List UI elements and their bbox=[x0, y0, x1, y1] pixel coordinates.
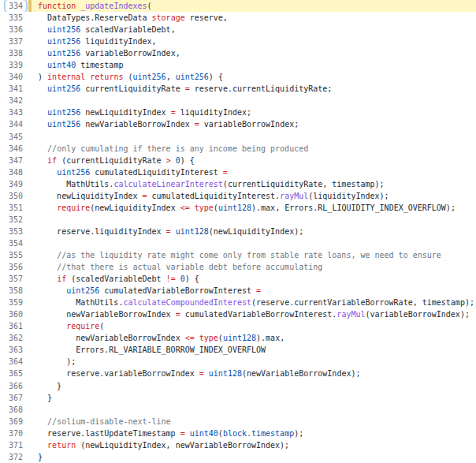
line-number[interactable]: 343 bbox=[0, 106, 28, 118]
code-line-content: return (newLiquidityIndex, newVariableBo… bbox=[28, 439, 476, 451]
code-line-content: } bbox=[28, 451, 476, 463]
line-number[interactable]: 369 bbox=[0, 416, 28, 428]
code-line-content: reserve.variableBorrowIndex = uint128(ne… bbox=[28, 368, 476, 379]
code-line-content: function _updateIndexes( bbox=[28, 0, 476, 12]
line-number[interactable]: 358 bbox=[0, 285, 28, 297]
line-number[interactable]: 339 bbox=[0, 59, 28, 71]
code-line-content: uint256 liquidityIndex, bbox=[28, 35, 476, 47]
code-line: 370 reserve.lastUpdateTimestamp = uint40… bbox=[0, 428, 476, 439]
code-line: 357 if (scaledVariableDebt != 0) { bbox=[0, 273, 476, 285]
line-number[interactable]: 360 bbox=[0, 308, 28, 320]
line-number[interactable]: 371 bbox=[0, 439, 28, 451]
code-line-content: reserve.liquidityIndex = uint128(newLiqu… bbox=[28, 226, 476, 237]
code-line: 345 bbox=[0, 131, 476, 143]
code-line: 360 newVariableBorrowIndex = cumulatedVa… bbox=[0, 308, 476, 320]
line-number[interactable]: 336 bbox=[0, 24, 28, 35]
code-line-content: uint256 currentLiquidityRate = reserve.c… bbox=[28, 83, 476, 95]
code-line: 341 uint256 currentLiquidityRate = reser… bbox=[0, 83, 476, 95]
line-number[interactable]: 367 bbox=[0, 392, 28, 404]
line-number[interactable]: 364 bbox=[0, 356, 28, 368]
code-line: 348 uint256 cumulatedLiquidityInterest = bbox=[0, 166, 476, 178]
code-line: 355 //as the liquidity rate might come o… bbox=[0, 249, 476, 261]
code-line-content: Errors.RL_VARIABLE_BORROW_INDEX_OVERFLOW bbox=[28, 344, 476, 356]
line-number[interactable]: 335 bbox=[0, 12, 28, 24]
code-line-content: require( bbox=[28, 320, 476, 332]
code-line: 366 } bbox=[0, 380, 476, 392]
code-line: 352 bbox=[0, 214, 476, 226]
code-line: 350 newLiquidityIndex = cumulatedLiquidi… bbox=[0, 190, 476, 202]
code-line: 372 } bbox=[0, 451, 476, 463]
line-number[interactable]: 352 bbox=[0, 214, 28, 226]
line-number[interactable]: 350 bbox=[0, 190, 28, 202]
code-line-content: newLiquidityIndex = cumulatedLiquidityIn… bbox=[28, 190, 476, 202]
code-line: 339 uint40 timestamp bbox=[0, 59, 476, 71]
code-line-content bbox=[28, 95, 476, 106]
code-line-content bbox=[28, 131, 476, 143]
code-line-content: } bbox=[28, 392, 476, 404]
code-line: 367 } bbox=[0, 392, 476, 404]
code-line-content bbox=[28, 404, 476, 416]
code-line-content bbox=[28, 214, 476, 226]
line-number[interactable]: 366 bbox=[0, 380, 28, 392]
line-number[interactable]: 354 bbox=[0, 237, 28, 249]
code-line: 337 uint256 liquidityIndex, bbox=[0, 35, 476, 47]
line-number[interactable]: 362 bbox=[0, 332, 28, 344]
code-line: 359 MathUtils.calculateCompoundedInteres… bbox=[0, 297, 476, 308]
code-line: 343 uint256 newLiquidityIndex = liquidit… bbox=[0, 106, 476, 118]
line-number[interactable]: 349 bbox=[0, 178, 28, 190]
line-number[interactable]: 368 bbox=[0, 404, 28, 416]
highlighted-line-number[interactable]: 334 bbox=[6, 0, 26, 12]
code-line: 361 require( bbox=[0, 320, 476, 332]
line-number[interactable]: 341 bbox=[0, 83, 28, 95]
code-line: 369 //solium-disable-next-line bbox=[0, 416, 476, 428]
line-number[interactable]: 338 bbox=[0, 47, 28, 59]
line-number[interactable]: 347 bbox=[0, 155, 28, 166]
code-line-content: uint40 timestamp bbox=[28, 59, 476, 71]
code-line: 335 DataTypes.ReserveData storage reserv… bbox=[0, 12, 476, 24]
line-number[interactable]: 353 bbox=[0, 226, 28, 237]
line-number[interactable]: 361 bbox=[0, 320, 28, 332]
line-number[interactable]: 357 bbox=[0, 273, 28, 285]
code-line: 334 function _updateIndexes( bbox=[0, 0, 476, 12]
line-number[interactable]: 363 bbox=[0, 344, 28, 356]
line-number[interactable]: 372 bbox=[0, 451, 28, 463]
line-number[interactable]: 356 bbox=[0, 261, 28, 273]
code-line-content bbox=[28, 237, 476, 249]
line-number[interactable]: 359 bbox=[0, 297, 28, 308]
line-number[interactable]: 355 bbox=[0, 249, 28, 261]
code-line-content: DataTypes.ReserveData storage reserve, bbox=[28, 12, 476, 24]
code-line: 336 uint256 scaledVariableDebt, bbox=[0, 24, 476, 35]
line-number[interactable]: 342 bbox=[0, 95, 28, 106]
line-number[interactable]: 351 bbox=[0, 202, 28, 214]
line-number[interactable]: 334 bbox=[0, 0, 28, 12]
code-line-content: uint256 cumulatedVariableBorrowInterest … bbox=[28, 285, 476, 297]
line-number[interactable]: 345 bbox=[0, 131, 28, 143]
code-line-content: ); bbox=[28, 356, 476, 368]
line-number[interactable]: 344 bbox=[0, 118, 28, 130]
code-line-content: newVariableBorrowIndex = cumulatedVariab… bbox=[28, 308, 476, 320]
code-line-content: MathUtils.calculateCompoundedInterest(re… bbox=[28, 297, 476, 308]
code-line: 368 bbox=[0, 404, 476, 416]
line-number[interactable]: 337 bbox=[0, 35, 28, 47]
line-number[interactable]: 370 bbox=[0, 428, 28, 439]
code-line-content: uint256 variableBorrowIndex, bbox=[28, 47, 476, 59]
line-number[interactable]: 365 bbox=[0, 368, 28, 379]
code-line: 353 reserve.liquidityIndex = uint128(new… bbox=[0, 226, 476, 237]
code-line: 354 bbox=[0, 237, 476, 249]
code-line: 371 return (newLiquidityIndex, newVariab… bbox=[0, 439, 476, 451]
code-line-content: if (scaledVariableDebt != 0) { bbox=[28, 273, 476, 285]
code-line: 349 MathUtils.calculateLinearInterest(cu… bbox=[0, 178, 476, 190]
code-line: 356 //that there is actual variable debt… bbox=[0, 261, 476, 273]
line-number[interactable]: 340 bbox=[0, 71, 28, 83]
line-number[interactable]: 346 bbox=[0, 143, 28, 155]
code-line: 364 ); bbox=[0, 356, 476, 368]
code-line-content: require(newLiquidityIndex <= type(uint12… bbox=[28, 202, 476, 214]
code-line-content: reserve.lastUpdateTimestamp = uint40(blo… bbox=[28, 428, 476, 439]
code-view: 334 function _updateIndexes(335 DataType… bbox=[0, 0, 476, 463]
code-line-content: uint256 scaledVariableDebt, bbox=[28, 24, 476, 35]
code-line: 340 ) internal returns (uint256, uint256… bbox=[0, 71, 476, 83]
code-line-content: if (currentLiquidityRate > 0) { bbox=[28, 155, 476, 166]
line-number[interactable]: 348 bbox=[0, 166, 28, 178]
code-line: 363 Errors.RL_VARIABLE_BORROW_INDEX_OVER… bbox=[0, 344, 476, 356]
code-line-content: newVariableBorrowIndex <= type(uint128).… bbox=[28, 332, 476, 344]
